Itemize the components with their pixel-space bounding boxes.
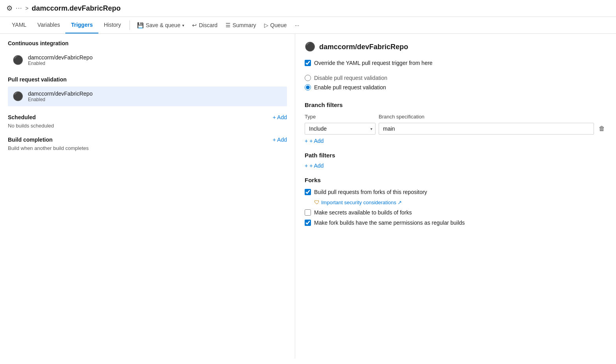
build-completion-section-header: Build completion + Add (8, 137, 287, 143)
forks-title: Forks (305, 177, 607, 183)
branch-add-plus: + (305, 138, 308, 144)
build-forks-checkbox[interactable] (305, 189, 311, 195)
type-select[interactable]: Include Exclude (305, 123, 376, 135)
secrets-label: Make secrets available to builds of fork… (314, 209, 412, 216)
build-completion-add-link[interactable]: + Add (273, 137, 287, 143)
enable-pr-label: Enable pull request validation (314, 84, 386, 91)
branch-filter-row: Include Exclude ▾ 🗑 (305, 123, 607, 135)
page-title: damccorm.devFabricRepo (32, 4, 121, 13)
disable-pr-radio-row: Disable pull request validation (305, 75, 607, 81)
type-select-wrapper: Include Exclude ▾ (305, 123, 376, 135)
override-checkbox-row: Override the YAML pull request trigger f… (305, 60, 607, 66)
save-queue-button[interactable]: 💾 Save & queue ▾ (133, 19, 188, 31)
discard-button[interactable]: ↩ Discard (188, 19, 221, 31)
path-add-plus: + (305, 163, 308, 169)
ci-repo-name: damccorm/devFabricRepo (28, 54, 92, 61)
override-checkbox-label: Override the YAML pull request trigger f… (314, 60, 433, 66)
nav-bar: YAML Variables Triggers History 💾 Save &… (0, 17, 616, 34)
build-forks-checkbox-row: Build pull requests from forks of this r… (305, 189, 607, 195)
scheduled-section-header: Scheduled + Add (8, 114, 287, 120)
secrets-checkbox[interactable] (305, 209, 311, 216)
type-label: Type (305, 114, 376, 120)
branch-filter-delete-button[interactable]: 🗑 (597, 124, 607, 134)
branch-filters-title: Branch filters (305, 102, 607, 108)
pr-repo-status: Enabled (28, 97, 92, 102)
tab-variables[interactable]: Variables (32, 17, 65, 33)
breadcrumb-chevron: > (25, 5, 28, 11)
github-icon-pr: ⚫ (13, 91, 23, 102)
save-icon: 💾 (137, 22, 144, 28)
scheduled-heading: Scheduled (8, 114, 36, 120)
left-panel: Continuous integration ⚫ damccorm/devFab… (0, 34, 295, 358)
enable-pr-radio[interactable] (305, 84, 311, 91)
disable-pr-label: Disable pull request validation (314, 75, 387, 81)
right-repo-header: ⚫ damccorm/devFabricRepo (305, 42, 607, 52)
discard-icon: ↩ (192, 22, 197, 28)
security-link-text: Important security considerations ↗ (321, 200, 402, 205)
summary-icon: ☰ (226, 22, 231, 28)
path-add-label: + Add (309, 163, 324, 169)
ci-repo-status: Enabled (28, 61, 92, 66)
pr-repo-name: damccorm/devFabricRepo (28, 91, 92, 97)
top-bar: ⚙ ··· > damccorm.devFabricRepo (0, 0, 616, 17)
scheduled-no-items: No builds scheduled (8, 123, 287, 129)
save-queue-chevron: ▾ (182, 23, 184, 28)
security-link[interactable]: 🛡 Important security considerations ↗ (314, 199, 607, 205)
same-permissions-checkbox-row: Make fork builds have the same permissio… (305, 220, 607, 226)
secrets-checkbox-row: Make secrets available to builds of fork… (305, 209, 607, 216)
build-completion-heading: Build completion (8, 137, 53, 143)
ci-repo-item[interactable]: ⚫ damccorm/devFabricRepo Enabled (8, 50, 287, 70)
same-permissions-label: Make fork builds have the same permissio… (314, 220, 465, 226)
queue-button[interactable]: ▷ Queue (260, 19, 291, 31)
summary-button[interactable]: ☰ Summary (222, 19, 260, 31)
path-filters-title: Path filters (305, 152, 607, 159)
scheduled-add-link[interactable]: + Add (273, 114, 287, 120)
branch-spec-input[interactable] (379, 123, 594, 135)
path-filter-add-button[interactable]: + + Add (305, 163, 324, 169)
more-icon: ··· (295, 22, 300, 28)
branch-filter-add-button[interactable]: + + Add (305, 138, 324, 144)
build-forks-label: Build pull requests from forks of this r… (314, 189, 427, 195)
override-checkbox[interactable] (305, 60, 311, 66)
queue-icon: ▷ (264, 22, 268, 28)
right-repo-name: damccorm/devFabricRepo (319, 43, 408, 51)
summary-label: Summary (233, 22, 256, 28)
more-button[interactable]: ··· (291, 19, 303, 31)
same-permissions-checkbox[interactable] (305, 220, 311, 226)
app-icon: ⚙ (6, 4, 13, 13)
tab-triggers[interactable]: Triggers (65, 17, 98, 33)
disable-pr-radio[interactable] (305, 75, 311, 81)
build-completion-no-items: Build when another build completes (8, 145, 287, 151)
spec-label: Branch specification (379, 114, 424, 120)
shield-icon: 🛡 (314, 199, 320, 205)
ci-heading: Continuous integration (8, 40, 287, 46)
right-panel: ⚫ damccorm/devFabricRepo Override the YA… (295, 34, 616, 358)
nav-divider (129, 20, 130, 30)
github-icon-ci: ⚫ (13, 55, 23, 65)
discard-label: Discard (199, 22, 217, 28)
enable-pr-radio-row: Enable pull request validation (305, 84, 607, 91)
tab-history[interactable]: History (98, 17, 127, 33)
pr-heading: Pull request validation (8, 76, 287, 83)
branch-add-label: + Add (309, 138, 324, 144)
github-icon-right: ⚫ (305, 42, 315, 52)
main-content: Continuous integration ⚫ damccorm/devFab… (0, 34, 616, 358)
save-queue-label: Save & queue (146, 22, 180, 28)
tab-yaml[interactable]: YAML (6, 17, 32, 33)
pr-repo-item[interactable]: ⚫ damccorm/devFabricRepo Enabled (8, 87, 287, 106)
queue-label: Queue (270, 22, 287, 28)
breadcrumb-dots[interactable]: ··· (16, 5, 22, 12)
